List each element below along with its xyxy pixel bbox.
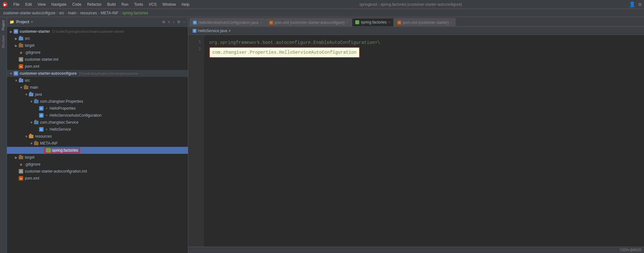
menu-edit[interactable]: Edit — [23, 2, 34, 7]
tree-item-main[interactable]: ▼ main — [7, 84, 188, 91]
breadcrumb-file[interactable]: spring.factories — [122, 11, 148, 15]
chevron-icon: ▼ — [30, 100, 33, 103]
code-line-2-highlighted: com.zhangiser.Properties.HelloServiceAut… — [209, 47, 360, 58]
tab-java-icon: C — [193, 21, 197, 24]
tree-item-target-2[interactable]: ▶ target — [7, 154, 188, 161]
tree-item-pom-1[interactable]: m pom.xml — [7, 63, 188, 70]
toolbar-locate-icon[interactable]: ⊕ — [162, 20, 165, 24]
tree-item-iml-1[interactable]: m customer-starter.iml — [7, 56, 188, 63]
chevron-icon: ▶ — [15, 156, 18, 159]
breadcrumb-main[interactable]: main — [68, 11, 76, 15]
tree-item-src-1[interactable]: ▶ src — [7, 35, 188, 42]
tree-path: D:\code3\springboot\src\main\customer-st… — [52, 30, 124, 33]
tab-label: pom.xml (customer-starter-autoconfigure) — [275, 20, 345, 25]
project-panel-toolbar: ⊕ ≡ ↕ ⚙ − — [162, 20, 185, 24]
menu-view[interactable]: View — [35, 2, 48, 7]
breadcrumb-module[interactable]: customer-starter-autoconfigure — [3, 11, 55, 15]
git-icon: ◈ — [19, 50, 23, 55]
menu-build[interactable]: Build — [105, 2, 118, 7]
tree-item-pkg-service[interactable]: ▼ com.zhangiser.Service — [7, 119, 188, 126]
toolbar-align-icon[interactable]: ≡ — [168, 20, 170, 24]
sub-tab-close-button[interactable]: × — [229, 29, 231, 33]
tree-label: customer-starter-autoconfigure — [20, 71, 77, 76]
tree-item-gitignore-2[interactable]: ◈ .gitignore — [7, 161, 188, 168]
tab-close-button[interactable]: × — [450, 21, 452, 24]
tab-close-button[interactable]: × — [388, 21, 390, 24]
editor-area: C HelloServiceAutoConfiguration.java × m… — [188, 17, 644, 253]
project-panel-dropdown-icon[interactable]: ▾ — [31, 20, 33, 24]
tree-label: customer-starter-autoconfigration.iml — [25, 169, 87, 174]
breadcrumb-resources[interactable]: resources — [80, 11, 97, 15]
toolbar-minimize-icon[interactable]: − — [183, 20, 185, 24]
sidebar-tab-structure[interactable]: Structure — [1, 33, 6, 50]
menu-run[interactable]: Run — [119, 2, 131, 7]
sidebar-tab-project[interactable]: Project — [1, 18, 6, 32]
tree-label: .gitignore — [25, 50, 40, 55]
line-number-1: 1 — [188, 38, 201, 45]
breadcrumb-metainf[interactable]: META-INF — [101, 11, 119, 15]
code-area: 1 2 org.springframework.boot.autoconfigu… — [188, 35, 644, 247]
project-panel-title: Project — [16, 20, 29, 24]
line-numbers: 1 2 — [188, 35, 204, 247]
breadcrumb-src[interactable]: src — [59, 11, 64, 15]
menu-code[interactable]: Code — [70, 2, 84, 7]
tree-item-hello-properties[interactable]: C ⚬ HelloProperties — [7, 105, 188, 112]
menu-window[interactable]: Window — [160, 2, 179, 7]
spring-bean-icon: ⚬ — [45, 113, 48, 118]
sub-tab-java-icon: C — [193, 29, 196, 33]
code-content[interactable]: org.springframework.boot.autoconfigure.E… — [204, 35, 644, 247]
tree-label: com.zhangiser.Properties — [40, 99, 83, 104]
folder-icon — [19, 79, 23, 82]
toolbar-settings-icon[interactable]: ⚙ — [177, 20, 181, 24]
tree-item-meta-inf[interactable]: ▼ META-INF — [7, 140, 188, 147]
menu-vcs[interactable]: VCS — [146, 2, 159, 7]
menu-help[interactable]: Help — [179, 2, 192, 7]
user-icon[interactable]: 👤 — [629, 1, 635, 7]
tree-label: customer-starter — [20, 29, 50, 34]
menubar: ▶ File Edit View Navigate Code Refactor … — [0, 0, 644, 9]
xml-icon: m — [19, 176, 23, 181]
tree-label: com.zhangiser.Service — [40, 120, 79, 125]
tab-close-button[interactable]: × — [260, 21, 262, 24]
java-icon: C — [39, 127, 44, 132]
tree-label: META-INF — [40, 141, 58, 146]
tree-item-java[interactable]: ▼ java — [7, 91, 188, 98]
chevron-icon: ▼ — [25, 93, 28, 96]
tree-item-customer-starter[interactable]: ▶ m customer-starter D:\code3\springboot… — [7, 28, 188, 35]
java-icon: C — [39, 106, 44, 111]
tab-label: spring.factories — [361, 20, 387, 24]
tree-item-src-2[interactable]: ▼ src — [7, 77, 188, 84]
tree-label: HelloService — [50, 127, 71, 132]
tree-item-hello-service-auto-config[interactable]: C ⚬ HelloServiceAutoConfiguration — [7, 112, 188, 119]
chevron-icon: ▼ — [25, 135, 28, 138]
tree-item-iml-2[interactable]: m customer-starter-autoconfigration.iml — [7, 168, 188, 175]
tab-pom-starter[interactable]: m pom.xml (customer-starter) × — [394, 18, 456, 26]
chevron-icon: ▼ — [30, 142, 33, 145]
tree-item-pom-2[interactable]: m pom.xml — [7, 175, 188, 182]
tree-label: src — [25, 36, 30, 41]
menu-refactor[interactable]: Refactor — [85, 2, 104, 7]
menu-navigate[interactable]: Navigate — [49, 2, 69, 7]
tab-spring-factories[interactable]: 🌿 spring.factories × — [352, 18, 394, 26]
tab-pom-auto[interactable]: m pom.xml (customer-starter-autoconfigur… — [266, 18, 352, 26]
tab-hello-auto[interactable]: C HelloServiceAutoConfiguration.java × — [189, 18, 265, 26]
tab-close-button[interactable]: × — [346, 21, 348, 24]
chevron-icon: ▶ — [15, 44, 18, 47]
settings-icon[interactable]: ⚙ — [638, 2, 642, 7]
tree-label: src — [25, 78, 30, 83]
tree-item-spring-factories[interactable]: 🌿 spring.factories — [7, 147, 188, 154]
tree-item-target-1[interactable]: ▶ target — [7, 42, 188, 49]
tree-item-gitignore-1[interactable]: ◈ .gitignore — [7, 49, 188, 56]
tree-item-resources[interactable]: ▼ resources — [7, 133, 188, 140]
sub-tab-hello-service[interactable]: C HelloService.java × — [189, 27, 234, 34]
tree-item-hello-service[interactable]: C ⚬ HelloService — [7, 126, 188, 133]
menu-file[interactable]: File — [11, 2, 22, 7]
chevron-icon: ▼ — [30, 121, 33, 124]
project-panel: 📁 Project ▾ ⊕ ≡ ↕ ⚙ − ▶ m customer-start… — [7, 17, 188, 253]
menu-tools[interactable]: Tools — [132, 2, 146, 7]
tab-xml-icon: m — [397, 21, 401, 24]
tree-item-autoconfigure[interactable]: ▼ m customer-starter-autoconfigure D:\co… — [7, 70, 188, 77]
tree-item-pkg-properties[interactable]: ▼ com.zhangiser.Properties — [7, 98, 188, 105]
folder-icon — [24, 86, 28, 89]
toolbar-sort-icon[interactable]: ↕ — [173, 20, 175, 24]
